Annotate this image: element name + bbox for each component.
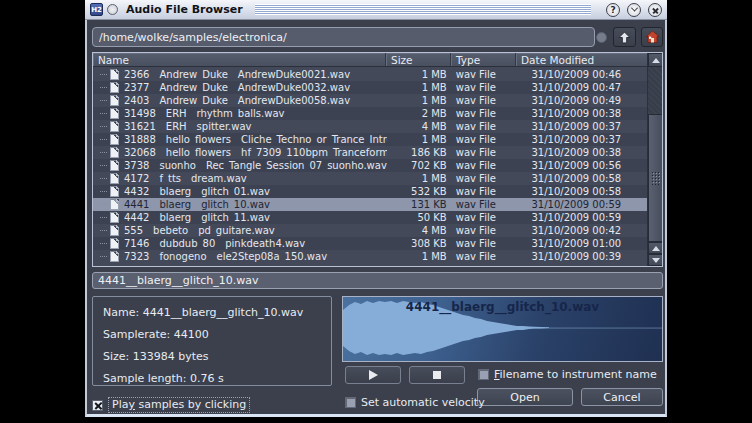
file-icon (110, 225, 119, 236)
table-row[interactable]: 31888__hello_flowers__Cliche_Techno_or_T… (93, 133, 648, 146)
cell-type: wav File (452, 225, 517, 236)
cell-type: wav File (452, 147, 517, 158)
tree-branch-icon (100, 87, 107, 88)
cell-type: wav File (452, 173, 517, 184)
cell-name: 4172__f_tts__dream.wav (124, 173, 387, 184)
cell-name: 31498__ERH__rhythm_balls.wav (124, 108, 387, 119)
chevron-down-icon (630, 5, 637, 12)
checkbox-play-samples[interactable]: Play samples by clicking (92, 397, 250, 413)
file-icon (110, 134, 119, 145)
play-button[interactable] (345, 366, 401, 384)
column-header-type[interactable]: Type (451, 53, 516, 66)
scroll-down-button[interactable] (648, 254, 663, 266)
cell-type: wav File (452, 134, 517, 145)
tree-branch-icon (100, 204, 107, 205)
file-icon (110, 69, 119, 80)
cell-type: wav File (452, 251, 517, 262)
file-icon (110, 238, 119, 249)
down-arrow-icon (652, 258, 660, 263)
sticky-button-icon[interactable] (107, 4, 118, 15)
cell-size: 2 MB (387, 108, 452, 119)
desktop-background: H2 Audio File Browser ? Name Si (0, 0, 752, 423)
status-led-icon (596, 32, 607, 43)
cell-type: wav File (452, 95, 517, 106)
cell-date: 31/10/2009 00:46 (516, 69, 648, 80)
tree-branch-icon (100, 191, 107, 192)
help-button[interactable]: ? (606, 3, 620, 17)
column-header-date[interactable]: Date Modified (516, 53, 648, 66)
cell-date: 31/10/2009 00:59 (516, 212, 648, 223)
tree-branch-icon (100, 243, 107, 244)
table-row[interactable]: 555__bebeto__pd_guitare.wav4 MBwav File3… (93, 224, 648, 237)
cell-date: 31/10/2009 00:42 (516, 225, 648, 236)
cell-size: 186 KB (387, 147, 452, 158)
cell-type: wav File (452, 108, 517, 119)
tree-branch-icon (100, 256, 107, 257)
table-row[interactable]: 2377__Andrew_Duke__AndrewDuke0032.wav1 M… (93, 81, 648, 94)
cell-size: 50 KB (387, 212, 452, 223)
tree-branch-icon (100, 165, 107, 166)
checkbox-auto-velocity[interactable]: Set automatic velocity (345, 396, 485, 409)
cell-name: 32068__hello_flowers__hf_7309_110bpm_Tra… (124, 147, 387, 158)
column-header-name[interactable]: Name (93, 53, 386, 66)
cell-name: 2377__Andrew_Duke__AndrewDuke0032.wav (124, 82, 387, 93)
checkbox-label: Set automatic velocity (361, 396, 485, 409)
sample-rate-text: Samplerate: 44100 (103, 328, 331, 350)
cell-type: wav File (452, 186, 517, 197)
checkbox-filename-to-instrument[interactable]: Filename to instrument name (478, 368, 657, 381)
table-row[interactable]: 7146__dubdub_80__pinkdeath4.wav308 KBwav… (93, 237, 648, 250)
stop-icon (433, 371, 441, 379)
open-button[interactable]: Open (477, 388, 573, 406)
scroll-up-button-bottom[interactable] (648, 242, 663, 254)
cell-name: 31621__ERH__spitter.wav (124, 121, 387, 132)
shade-button[interactable] (627, 3, 641, 17)
checkbox-box[interactable] (345, 397, 356, 408)
table-row[interactable]: 3738__suonho__Rec_Tangle_Session_07_suon… (93, 159, 648, 172)
home-button[interactable] (641, 27, 663, 47)
cell-size: 4 MB (387, 121, 452, 132)
scrollbar-thumb[interactable] (648, 114, 663, 242)
close-button[interactable] (648, 3, 662, 17)
cell-type: wav File (452, 212, 517, 223)
checkbox-label: Filename to instrument name (494, 368, 657, 381)
checkbox-box[interactable] (478, 369, 489, 380)
checkbox-box[interactable] (92, 400, 103, 411)
cell-date: 31/10/2009 00:37 (516, 134, 648, 145)
table-row[interactable]: 4172__f_tts__dream.wav1 MBwav File31/10/… (93, 172, 648, 185)
table-row[interactable]: 4441__blaerg__glitch_10.wav131 KBwav Fil… (93, 198, 648, 211)
table-row[interactable]: 4432__blaerg__glitch_01.wav532 KBwav Fil… (93, 185, 648, 198)
tree-branch-icon (100, 100, 107, 101)
selected-filename-field[interactable] (92, 272, 663, 289)
cell-date: 31/10/2009 00:39 (516, 251, 648, 262)
cell-name: 4442__blaerg__glitch_11.wav (124, 212, 387, 223)
cancel-button[interactable]: Cancel (581, 388, 663, 406)
cell-type: wav File (452, 69, 517, 80)
up-arrow-icon (618, 31, 631, 44)
table-row[interactable]: 31621__ERH__spitter.wav4 MBwav File31/10… (93, 120, 648, 133)
cell-name: 31888__hello_flowers__Cliche_Techno_or_T… (124, 134, 387, 145)
tree-branch-icon (100, 217, 107, 218)
table-row[interactable]: 2366__Andrew_Duke__AndrewDuke0021.wav1 M… (93, 68, 648, 81)
cell-date: 31/10/2009 00:47 (516, 82, 648, 93)
cell-name: 2403__Andrew_Duke__AndrewDuke0058.wav (124, 95, 387, 106)
table-row[interactable]: 31498__ERH__rhythm_balls.wav2 MBwav File… (93, 107, 648, 120)
table-row[interactable]: 32068__hello_flowers__hf_7309_110bpm_Tra… (93, 146, 648, 159)
up-directory-button[interactable] (613, 27, 636, 47)
cell-type: wav File (452, 199, 517, 210)
stop-button[interactable] (409, 366, 465, 384)
cell-size: 1 MB (387, 173, 452, 184)
help-icon: ? (610, 5, 615, 15)
scroll-up-button[interactable] (648, 53, 663, 67)
sample-size-text: Size: 133984 bytes (103, 350, 331, 372)
up-arrow-icon (652, 58, 660, 63)
path-input[interactable] (92, 27, 595, 47)
vertical-scrollbar[interactable] (647, 53, 662, 266)
titlebar[interactable]: H2 Audio File Browser ? (85, 0, 667, 20)
cell-date: 31/10/2009 00:58 (516, 186, 648, 197)
table-row[interactable]: 7323__fonogeno__ele2Step08a_150.wav1 MBw… (93, 250, 648, 263)
column-header-size[interactable]: Size (386, 53, 451, 66)
cell-size: 308 KB (387, 238, 452, 249)
table-row[interactable]: 2403__Andrew_Duke__AndrewDuke0058.wav1 M… (93, 94, 648, 107)
cell-date: 31/10/2009 01:00 (516, 238, 648, 249)
table-row[interactable]: 4442__blaerg__glitch_11.wav50 KBwav File… (93, 211, 648, 224)
